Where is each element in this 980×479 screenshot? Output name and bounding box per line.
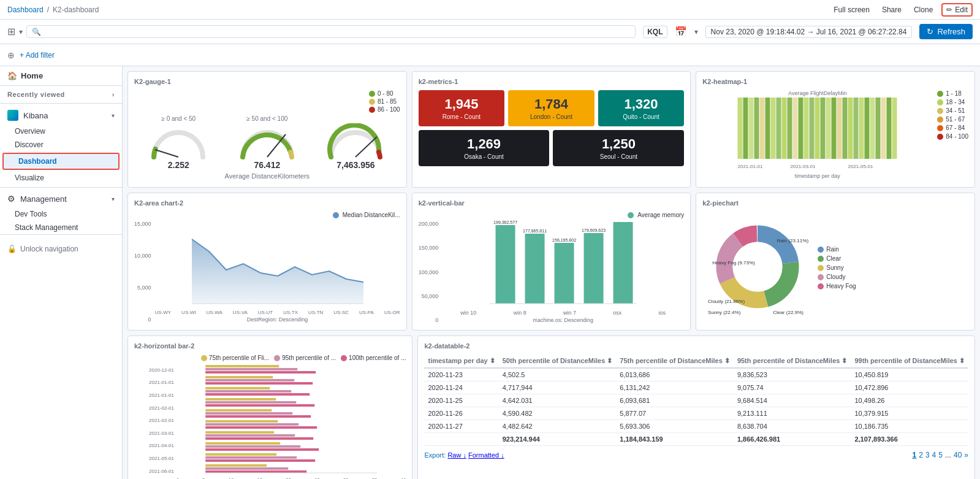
svg-rect-38 bbox=[525, 234, 545, 304]
svg-rect-71 bbox=[205, 412, 292, 415]
sidebar-item-dashboard[interactable]: Dashboard bbox=[2, 153, 120, 170]
page-3[interactable]: 3 bbox=[925, 451, 930, 459]
page-2[interactable]: 2 bbox=[919, 451, 923, 459]
svg-text:177,865.811: 177,865.811 bbox=[523, 229, 547, 233]
cell-75-2: 6,093,681 bbox=[616, 394, 734, 407]
legend-dot-1 bbox=[369, 99, 375, 105]
area-legend-label: Median DistanceKil... bbox=[343, 212, 400, 218]
area-x-labels: US-WYUS-WIUS-WAUS-VAUS-UTUS-TXUS-TNUS-SC… bbox=[155, 310, 400, 315]
sidebar-item-visualize[interactable]: Visualize bbox=[0, 171, 122, 185]
heatmap-dot-2 bbox=[937, 108, 943, 114]
table-row-totals: 923,214.944 1,184,843.159 1,866,426.981 … bbox=[424, 433, 968, 446]
cell-75-1: 6,131,242 bbox=[616, 381, 734, 394]
datatable: timestamp per day ⬍ 50th percentile of D… bbox=[424, 354, 968, 446]
page-40[interactable]: 40 bbox=[954, 451, 962, 459]
vbar-panel: k2-vertical-bar Average memory 200,00015… bbox=[412, 193, 691, 331]
sidebar-item-discover[interactable]: Discover bbox=[0, 138, 122, 151]
metric-osaka-label: Osaka - Count bbox=[425, 153, 544, 160]
vbar-svg-wrap: 199,362.577 177,865.811 156,195.802 179,… bbox=[442, 221, 684, 323]
management-label: Management bbox=[20, 194, 67, 204]
heatmap-1-title: K2-heatmap-1 bbox=[702, 78, 968, 85]
datatable-panel: k2-datatable-2 timestamp per day ⬍ 50th … bbox=[417, 335, 975, 479]
hbar-label-2: 100th percentile of ... bbox=[349, 354, 406, 361]
page-next[interactable]: » bbox=[964, 451, 968, 459]
search-input[interactable]: Rome bbox=[45, 27, 630, 36]
export-links: Export: Raw ↓ Formatted ↓ bbox=[424, 451, 504, 459]
page-4[interactable]: 4 bbox=[932, 451, 936, 459]
sidebar-recently-viewed[interactable]: Recently viewed › bbox=[0, 86, 122, 101]
page-1[interactable]: 1 bbox=[913, 451, 917, 459]
svg-rect-60 bbox=[205, 371, 316, 374]
legend-item-2: 86 - 100 bbox=[369, 106, 400, 113]
table-row: 2020-11-26 4,590.482 5,877.07 9,213.111 … bbox=[424, 407, 968, 420]
home-icon: 🏠 bbox=[7, 71, 17, 80]
sidebar-home[interactable]: 🏠 Home bbox=[0, 66, 122, 86]
sidebar: 🏠 Home Recently viewed › Kibana ▾ Overvi… bbox=[0, 66, 123, 479]
calendar-icon[interactable]: 📅 bbox=[675, 26, 687, 37]
kql-label[interactable]: KQL bbox=[643, 26, 667, 38]
cell-95-2: 9,684.514 bbox=[734, 394, 851, 407]
search-bar[interactable]: 🔍 Rome bbox=[26, 25, 636, 38]
edit-button[interactable]: ✏ Edit bbox=[941, 3, 973, 17]
heatmap-legend-1: 18 - 34 bbox=[937, 99, 968, 105]
vbar-x-label: machine.os: Descending bbox=[442, 317, 684, 323]
svg-rect-10 bbox=[777, 98, 781, 159]
col-header-4[interactable]: 99th percentile of DistanceMiles ⬍ bbox=[851, 354, 968, 368]
table-row: 2020-11-25 4,642.031 6,093,681 9,684.514… bbox=[424, 394, 968, 407]
cell-50-3: 4,590.482 bbox=[499, 407, 617, 420]
export-raw-link[interactable]: Raw ↓ bbox=[447, 451, 466, 459]
metrics-top-row: 1,945 Rome - Count 1,784 London - Count … bbox=[419, 90, 685, 126]
gauge-value-0: 2.252 bbox=[168, 160, 189, 170]
pie-legend: Rain Clear Sunny Cloudy bbox=[818, 246, 856, 289]
svg-rect-8 bbox=[765, 98, 770, 159]
svg-text:Rain (23.11%): Rain (23.11%) bbox=[777, 238, 809, 243]
svg-rect-28 bbox=[876, 98, 881, 159]
metric-quito-value: 1,320 bbox=[604, 96, 678, 112]
col-header-3[interactable]: 95th percentile of DistanceMiles ⬍ bbox=[734, 354, 851, 368]
date-range[interactable]: Nov 23, 2020 @ 19:18:44.02 → Jul 16, 202… bbox=[705, 26, 913, 38]
area-y-axis: 15,000 10,000 5,000 0 bbox=[134, 221, 153, 323]
cell-date-4: 2020-11-27 bbox=[424, 420, 498, 433]
management-chevron: ▾ bbox=[112, 196, 115, 202]
unlock-navigation-button[interactable]: 🔓 Unlock navigation bbox=[7, 242, 115, 256]
svg-rect-85 bbox=[205, 464, 267, 467]
share-button[interactable]: Share bbox=[878, 4, 905, 15]
fullscreen-button[interactable]: Full screen bbox=[830, 4, 873, 15]
breadcrumb-dashboard[interactable]: Dashboard bbox=[7, 6, 44, 14]
svg-rect-66 bbox=[205, 393, 310, 396]
second-bar: ⊞ ▾ 🔍 Rome KQL 📅 ▾ Nov 23, 2020 @ 19:18:… bbox=[0, 20, 980, 44]
pie-label-cloudy: Cloudy bbox=[826, 274, 845, 280]
datatable-footer: Export: Raw ↓ Formatted ↓ 1 2 3 4 5 ... … bbox=[424, 451, 968, 459]
hbar-legend-1: 95th percentile of ... bbox=[274, 354, 336, 361]
pie-legend-clear: Clear bbox=[818, 255, 856, 262]
sidebar-kibana[interactable]: Kibana ▾ bbox=[0, 106, 122, 125]
cell-95-1: 9,075.74 bbox=[734, 381, 851, 394]
row-1: K2-gauge-1 0 - 80 81 - 85 86 bbox=[127, 71, 975, 188]
col-header-2[interactable]: 75th percentile of DistanceMiles ⬍ bbox=[616, 354, 734, 368]
pie-dot-clear bbox=[818, 256, 824, 262]
date-chevron[interactable]: ▾ bbox=[694, 28, 698, 36]
col-header-0[interactable]: timestamp per day ⬍ bbox=[424, 354, 498, 368]
sidebar-item-overview[interactable]: Overview bbox=[0, 125, 122, 138]
export-formatted-link[interactable]: Formatted ↓ bbox=[468, 451, 504, 459]
col-header-1[interactable]: 50th percentile of DistanceMiles ⬍ bbox=[499, 354, 617, 368]
hbar-y-labels: 2020-12-01 2021-01-01 2021-01-01 2021-02… bbox=[134, 364, 174, 479]
refresh-button[interactable]: ↻ Refresh bbox=[919, 24, 973, 39]
hbar-legend: 75th percentile of Fli... 95th percentil… bbox=[134, 354, 406, 361]
svg-rect-19 bbox=[826, 98, 831, 159]
sidebar-management[interactable]: ⚙ Management ▾ bbox=[0, 190, 122, 207]
metric-london-label: London - Count bbox=[514, 113, 588, 120]
svg-rect-30 bbox=[887, 98, 892, 159]
refresh-label: Refresh bbox=[937, 27, 965, 36]
svg-text:Cloudy (21.86%): Cloudy (21.86%) bbox=[708, 299, 745, 304]
svg-rect-13 bbox=[793, 98, 798, 159]
page-5[interactable]: 5 bbox=[938, 451, 943, 459]
svg-rect-42 bbox=[584, 233, 604, 304]
sidebar-item-stack-management[interactable]: Stack Management bbox=[0, 221, 122, 234]
metric-osaka-value: 1,269 bbox=[425, 136, 544, 152]
sidebar-item-devtools[interactable]: Dev Tools bbox=[0, 207, 122, 221]
add-filter-button[interactable]: + Add filter bbox=[20, 51, 55, 59]
clone-button[interactable]: Clone bbox=[910, 4, 936, 15]
svg-text:2021-03-01: 2021-03-01 bbox=[791, 164, 816, 169]
hbar-title: k2-horizontal bar-2 bbox=[134, 342, 406, 350]
